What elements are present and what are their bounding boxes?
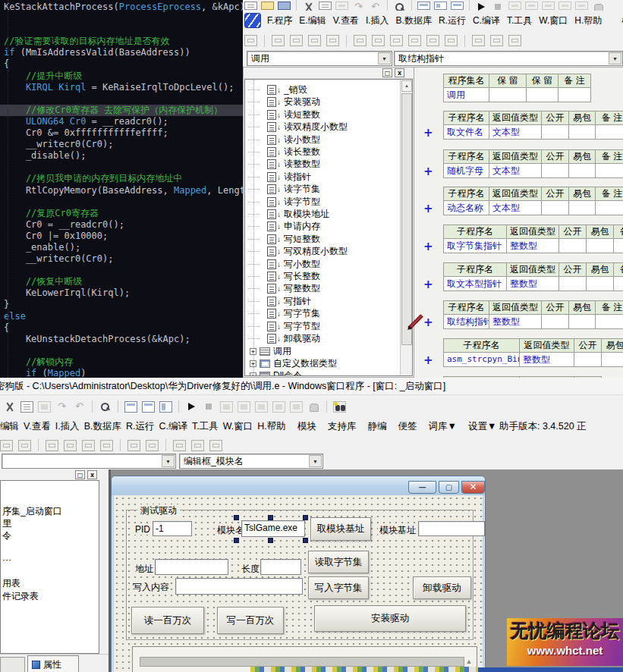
menu-item[interactable]: V.查看 (333, 14, 359, 27)
tree-item-subroutine[interactable]: ↓写字节型 (248, 320, 320, 332)
procedure-combo[interactable]: 调用 ▼ (247, 51, 392, 66)
selection-handle[interactable] (234, 538, 239, 543)
table-value-cell[interactable] (558, 87, 591, 102)
expand-table-icon[interactable]: + (423, 279, 433, 290)
tree-item-subroutine[interactable]: ↓写双精度小数型 (248, 245, 348, 257)
table-value-cell[interactable] (558, 238, 587, 253)
menu-item[interactable]: H.帮助 (574, 14, 602, 27)
table-value-cell[interactable] (595, 200, 623, 215)
scroll-up-icon[interactable]: ▲ (463, 656, 475, 667)
layout-top-icon[interactable] (124, 401, 137, 413)
float-panel-icon[interactable]: □ (382, 68, 392, 77)
layout-split-icon[interactable] (142, 401, 155, 413)
tree-item-subroutine[interactable]: ↓读字节型 (248, 196, 320, 208)
length-input[interactable] (260, 559, 301, 575)
float-panel-icon[interactable]: □ (75, 470, 85, 479)
menu-item[interactable]: W.窗口 (539, 14, 568, 27)
table-value-cell[interactable] (568, 200, 596, 215)
tree-item-subroutine[interactable]: ↓读字节集 (248, 183, 320, 195)
plugin-menu-item[interactable]: 设置▼ (468, 420, 496, 433)
tree-item-subroutine[interactable]: ↓读双精度小数型 (248, 121, 348, 133)
selection-handle[interactable] (268, 538, 273, 543)
open-file-icon[interactable] (261, 2, 274, 10)
expand-table-icon[interactable]: + (423, 355, 433, 366)
menu-item[interactable]: C.编译 (473, 14, 500, 27)
plugin-menu-item[interactable]: 便签 (398, 420, 417, 433)
table-value-cell[interactable] (541, 124, 569, 140)
table-value-cell[interactable] (489, 87, 527, 102)
run-icon[interactable] (185, 401, 198, 413)
selection-handle[interactable] (303, 515, 308, 520)
close-button[interactable]: ✕ (461, 481, 485, 494)
table-value-cell[interactable]: 整数型 (506, 238, 559, 253)
menu-item[interactable]: R.运行 (439, 14, 466, 27)
menu-item[interactable]: E.编辑 (299, 14, 326, 27)
tree-item-subroutine[interactable]: ↓读指针 (248, 171, 311, 183)
workspace-list-item[interactable]: 序集_启动窗口 (2, 505, 62, 518)
tree-item-assembly[interactable]: +调用 (248, 345, 291, 357)
tree-item-datatypes[interactable]: +自定义数据类型 (248, 357, 337, 369)
table-value-cell[interactable]: 文本型 (489, 124, 542, 140)
unload-driver-button[interactable]: 卸载驱动 (413, 576, 471, 599)
tree-item-subroutine[interactable]: ↓安装驱动 (248, 96, 320, 108)
tree-item-subroutine[interactable]: ↓读长整数 (248, 146, 320, 158)
tree-item-subroutine[interactable]: ↓写小数型 (248, 258, 320, 270)
widget-combo-right[interactable]: 编辑框_模块名 ▼ (179, 454, 323, 469)
save-icon[interactable] (278, 2, 291, 10)
module-base-input[interactable] (418, 521, 485, 536)
menu-item[interactable]: B.数据库 (396, 14, 432, 27)
tab-properties[interactable]: 属性 (27, 655, 79, 672)
menu-item[interactable]: C.编译 (159, 420, 187, 433)
table-value-cell[interactable]: 取字节集指针 (443, 238, 507, 253)
copy-icon[interactable] (20, 401, 33, 413)
cut-icon[interactable] (302, 2, 315, 10)
workspace-list-item[interactable]: 令 (2, 529, 11, 542)
tree-item-subroutine[interactable]: ↓写长整数 (248, 270, 320, 282)
read-bytes-button[interactable]: 读取字节集 (308, 551, 369, 573)
designed-form-window[interactable]: — ▢ ✕ 测试驱动 PID -1 模块名 TslGame.exe 取模块基址 (111, 476, 486, 672)
copy-icon[interactable] (319, 2, 332, 10)
table-value-cell[interactable] (541, 200, 569, 215)
table-value-cell[interactable]: asm_strcpyn_Bin (443, 352, 520, 367)
module-name-input[interactable]: TslGame.exe (241, 520, 305, 537)
chevron-down-icon[interactable]: ▼ (609, 52, 621, 64)
pid-input[interactable]: -1 (153, 521, 192, 536)
table-value-cell[interactable] (568, 124, 596, 140)
tree-item-subroutine[interactable]: ↓写指针 (248, 295, 311, 307)
layout-top-icon[interactable] (417, 2, 430, 10)
tree-item-subroutine[interactable]: ↓读小数型 (248, 133, 320, 146)
expand-plus-icon[interactable]: + (250, 348, 256, 355)
layout-grid-icon[interactable] (451, 2, 464, 10)
table-value-cell[interactable]: 整数型 (506, 276, 559, 291)
table-value-cell[interactable] (586, 238, 614, 253)
table-value-cell[interactable]: 文本型 (489, 200, 542, 215)
table-value-cell[interactable]: 取结构指针 (443, 314, 489, 329)
expand-table-icon[interactable]: + (423, 127, 433, 139)
install-driver-button[interactable]: 安装驱动 (314, 605, 466, 632)
menu-item[interactable]: V.查看 (24, 420, 51, 433)
table-value-cell[interactable] (595, 124, 623, 140)
address-input[interactable] (155, 559, 228, 575)
workspace-list-item[interactable]: ··· (2, 554, 11, 565)
selection-handle[interactable] (234, 515, 239, 520)
tree-item-subroutine[interactable]: ↓卸载驱动 (248, 332, 320, 344)
menu-item[interactable]: W.窗口 (223, 420, 253, 433)
table-value-cell[interactable] (541, 314, 569, 329)
menu-item[interactable]: B.数据库 (84, 420, 121, 433)
table-value-cell[interactable] (541, 163, 569, 178)
maximize-button[interactable]: ▢ (439, 481, 459, 494)
write-content-input[interactable] (175, 578, 303, 595)
table-value-cell[interactable]: 随机字母 (443, 163, 489, 178)
menu-item[interactable]: I.插入 (55, 420, 80, 433)
table-value-cell[interactable] (558, 276, 587, 291)
table-value-cell[interactable] (595, 163, 623, 178)
layout-grid-icon[interactable] (159, 401, 172, 413)
table-value-cell[interactable] (568, 314, 596, 329)
tree-item-dll[interactable]: +Dll命令 (248, 369, 302, 376)
close-panel-icon[interactable]: x (87, 470, 97, 479)
project-tree[interactable]: ↓_销毁↓安装驱动↓读短整数↓读双精度小数型↓读小数型↓读长整数↓读整数型↓读指… (244, 79, 413, 376)
table-value-cell[interactable] (526, 87, 558, 102)
tree-item-subroutine[interactable]: ↓读短整数 (248, 108, 320, 121)
menu-item[interactable]: 编辑 (0, 420, 19, 433)
table-value-cell[interactable] (613, 238, 623, 253)
